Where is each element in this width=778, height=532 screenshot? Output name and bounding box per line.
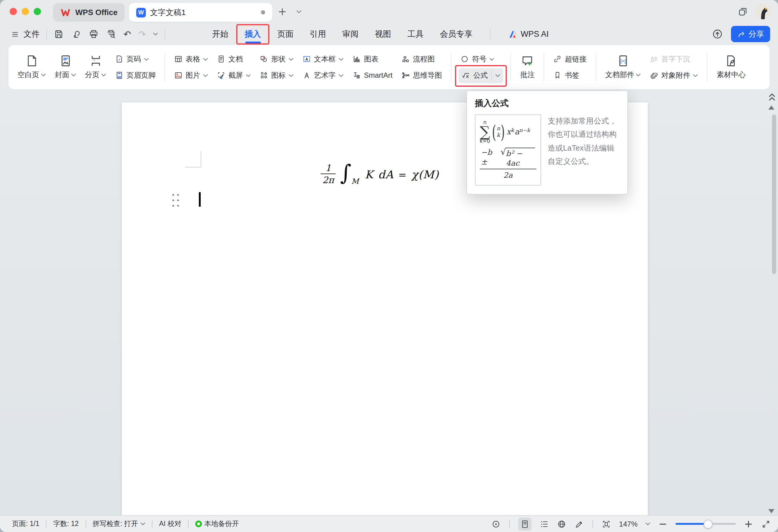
- chevron-down-icon[interactable]: [496, 74, 500, 77]
- mind-map-button[interactable]: 思维导图: [400, 68, 444, 83]
- document-tab[interactable]: W 文字文稿1: [129, 3, 273, 22]
- tab-page[interactable]: 页面: [277, 23, 294, 45]
- paperclip-icon: [650, 71, 658, 80]
- divider: [451, 53, 452, 82]
- outline-view-icon[interactable]: [540, 519, 549, 529]
- divider: [491, 71, 492, 80]
- zoom-slider-knob[interactable]: [704, 519, 713, 528]
- wps-ai-icon: [508, 29, 518, 39]
- formula-button[interactable]: 公式: [459, 68, 503, 83]
- spell-check-toggle[interactable]: 拼写检查: 打开: [92, 519, 145, 528]
- tab-reference[interactable]: 引用: [310, 23, 326, 45]
- bookmark-button[interactable]: 书签: [552, 68, 589, 83]
- local-backup-status[interactable]: 本地备份开: [195, 519, 239, 528]
- summation-formula: n ∑ k=0 ( nk ) xk an−k: [480, 120, 536, 144]
- blank-page-button[interactable]: 空白页: [16, 53, 48, 81]
- writer-doc-icon: W: [136, 8, 146, 17]
- chart-button[interactable]: 图表: [351, 52, 394, 67]
- zoom-level[interactable]: 147%: [619, 520, 638, 528]
- preview-eye-icon[interactable]: [491, 519, 501, 529]
- object-attachment-button[interactable]: 对象附件: [648, 68, 700, 83]
- picture-button[interactable]: 图片: [172, 68, 210, 83]
- new-tab-button[interactable]: [276, 6, 288, 17]
- icons-button[interactable]: 图标: [258, 68, 295, 83]
- cover-button[interactable]: 封面: [53, 53, 78, 81]
- button-label: 空白页: [17, 70, 39, 80]
- header-footer-button[interactable]: 页眉页脚: [113, 68, 157, 83]
- format-painter-icon[interactable]: [71, 29, 81, 39]
- avatar-image: [755, 4, 771, 19]
- zoom-out-icon[interactable]: [658, 519, 668, 529]
- tab-view[interactable]: 视图: [375, 23, 391, 45]
- scroll-down-arrow[interactable]: [768, 509, 774, 513]
- ai-proofread-button[interactable]: AI 校对: [159, 519, 181, 528]
- file-menu[interactable]: 文件: [11, 29, 40, 39]
- text-cursor: [199, 192, 201, 207]
- page-number-button[interactable]: # 页码: [113, 52, 157, 67]
- tab-list-button[interactable]: [293, 6, 305, 17]
- text-box-button[interactable]: 文本框: [301, 52, 345, 67]
- tab-tools[interactable]: 工具: [407, 23, 424, 45]
- minimize-button[interactable]: [22, 8, 29, 15]
- paragraph-drag-handle-icon[interactable]: [172, 194, 179, 207]
- chevron-down-icon: [339, 58, 343, 61]
- word-art-button[interactable]: 艺术字: [301, 68, 345, 83]
- divider: [85, 520, 86, 528]
- chevron-down-icon: [140, 522, 145, 525]
- page-number-icon: #: [115, 55, 124, 63]
- divider: [707, 53, 708, 82]
- comment-button[interactable]: 批注: [519, 53, 537, 81]
- collapse-ribbon-icon[interactable]: [768, 93, 776, 101]
- page-count[interactable]: 页面: 1/1: [12, 519, 40, 528]
- active-tab-underline: [245, 41, 261, 43]
- word-count[interactable]: 字数: 12: [53, 519, 79, 528]
- shapes-button[interactable]: 形状: [258, 52, 295, 67]
- smart-art-button[interactable]: SmartArt: [351, 68, 394, 83]
- symbol-button[interactable]: 符号: [459, 52, 503, 67]
- chevron-down-icon: [289, 74, 294, 77]
- page-view-button[interactable]: [519, 517, 532, 530]
- print-icon[interactable]: [89, 29, 99, 39]
- material-center-button[interactable]: 素材中心: [715, 53, 748, 81]
- button-label: 流程图: [413, 54, 435, 64]
- upload-cloud-icon[interactable]: [712, 28, 723, 40]
- print-preview-icon[interactable]: [106, 29, 116, 39]
- zoom-slider[interactable]: [676, 523, 736, 525]
- tab-membership[interactable]: 会员专享: [440, 23, 472, 45]
- undo-icon[interactable]: ↶: [124, 29, 131, 38]
- hyperlink-button[interactable]: 超链接: [552, 52, 589, 67]
- page-break-button[interactable]: 分页: [83, 53, 108, 81]
- flowchart-button[interactable]: 流程图: [400, 52, 444, 67]
- tab-review[interactable]: 审阅: [342, 23, 359, 45]
- tab-label: 会员专享: [440, 29, 472, 39]
- close-button[interactable]: [10, 8, 17, 15]
- home-tab-label: WPS Office: [75, 8, 118, 17]
- web-view-icon[interactable]: [557, 519, 567, 529]
- zoom-in-icon[interactable]: [744, 519, 753, 529]
- share-button[interactable]: 分享: [731, 26, 770, 42]
- chevron-down-icon: [101, 74, 106, 77]
- tab-home-ribbon[interactable]: 开始: [212, 23, 228, 45]
- qat-more-chevron-icon[interactable]: [153, 32, 158, 35]
- text-box-icon: [303, 55, 311, 63]
- pen-annotate-icon[interactable]: [574, 519, 584, 529]
- maximize-button[interactable]: [34, 8, 41, 15]
- avatar[interactable]: [755, 4, 771, 19]
- scroll-up-arrow[interactable]: [768, 105, 774, 110]
- fit-page-icon[interactable]: [602, 519, 611, 529]
- tab-wps-ai[interactable]: WPS AI: [508, 29, 549, 39]
- equation-object[interactable]: 1 2π ∫ M K dA = χ(M): [321, 163, 439, 186]
- tab-insert[interactable]: 插入: [245, 23, 261, 45]
- save-icon[interactable]: [54, 29, 64, 39]
- new-window-button[interactable]: [737, 6, 748, 17]
- chevron-down-icon: [693, 74, 698, 77]
- home-tab[interactable]: WPS Office: [53, 3, 125, 22]
- scrollbar-thumb[interactable]: [772, 114, 776, 274]
- screenshot-button[interactable]: 截屏: [215, 68, 252, 83]
- divider: [47, 29, 47, 39]
- zoom-chevron-icon[interactable]: [645, 522, 650, 525]
- doc-parts-button[interactable]: [=] 文档部件: [604, 53, 643, 81]
- table-button[interactable]: 表格: [172, 52, 210, 67]
- document-button[interactable]: 文档: [215, 52, 252, 67]
- fullscreen-icon[interactable]: [761, 519, 771, 529]
